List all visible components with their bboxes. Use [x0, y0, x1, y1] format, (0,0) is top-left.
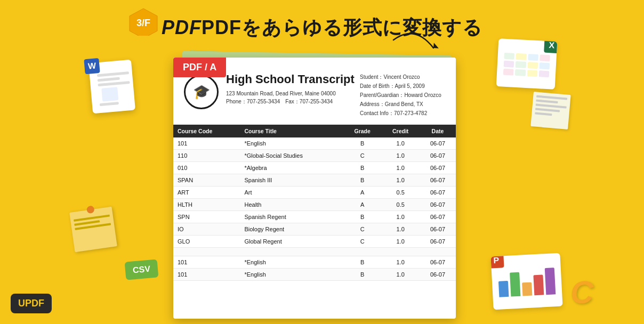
ppt-card: P [490, 253, 562, 310]
logo-icon: 🎓 [193, 84, 210, 100]
title-pdf: PDF [162, 17, 202, 38]
excel-card: X [496, 38, 558, 90]
col-title: Course Title [240, 125, 343, 137]
doc-student-info: Student：Vincent Orozco Date of Birth：Apr… [360, 72, 445, 118]
pdf-badge: PDF / A [173, 58, 226, 77]
student-dob: Date of Birth：April 5, 2009 [360, 82, 445, 91]
table-row: 101*EnglishB1.006-07 [173, 256, 456, 269]
table-row: 101*EnglishB1.006-07 [173, 137, 456, 150]
table-row: IOBiology RegentC1.006-07 [173, 223, 456, 236]
table-row: HLTHHealthA0.506-07 [173, 199, 456, 211]
student-name: Student：Vincent Orozco [360, 72, 445, 82]
doc-address-line1: 123 Mountain Road, Dead River, Maine 040… [226, 90, 360, 98]
table-row: SPNSpanish RegentB1.006-07 [173, 211, 456, 223]
col-grade: Grade [343, 125, 382, 137]
table-row [173, 248, 456, 256]
orange-c-letter: C [570, 274, 593, 311]
sticky-note [69, 207, 117, 252]
col-code: Course Code [173, 125, 240, 137]
table-row: 101*EnglishB1.006-07 [173, 269, 456, 281]
doc-phone: Phone：707-255-3434 Fax：707-255-3434 [226, 98, 360, 106]
transcript-table: Course Code Course Title Grade Credit Da… [173, 125, 456, 281]
word-icon: W [84, 58, 100, 74]
updf-logo: UPDF [11, 294, 52, 313]
paper-note [530, 92, 570, 129]
table-row: 010*AlgebraB1.006-07 [173, 162, 456, 174]
main-document: 🎓 High School Transcript 123 Mountain Ro… [173, 58, 456, 319]
table-row: SPANSpanish IIIB1.006-07 [173, 174, 456, 187]
hex-decoration: 3/F [128, 8, 159, 36]
doc-title-area: High School Transcript 123 Mountain Road… [226, 72, 360, 118]
student-address: Address：Grand Bend, TX [360, 100, 445, 109]
student-parent: Parent/Guardian：Howard Orozco [360, 91, 445, 100]
word-card: W [88, 60, 135, 114]
doc-logo: 🎓 [184, 75, 219, 109]
col-credit: Credit [381, 125, 419, 137]
svg-text:3/F: 3/F [136, 18, 150, 28]
table-row: GLOGlobal RegentC1.006-07 [173, 236, 456, 248]
table-row: 110*Global-Social StudiesC1.006-07 [173, 150, 456, 162]
student-contact: Contact Info：707-273-4782 [360, 109, 445, 118]
table-row: ARTArtA0.506-07 [173, 187, 456, 199]
csv-badge: CSV [125, 259, 159, 280]
col-date: Date [420, 125, 456, 137]
doc-title: High School Transcript [226, 72, 360, 86]
